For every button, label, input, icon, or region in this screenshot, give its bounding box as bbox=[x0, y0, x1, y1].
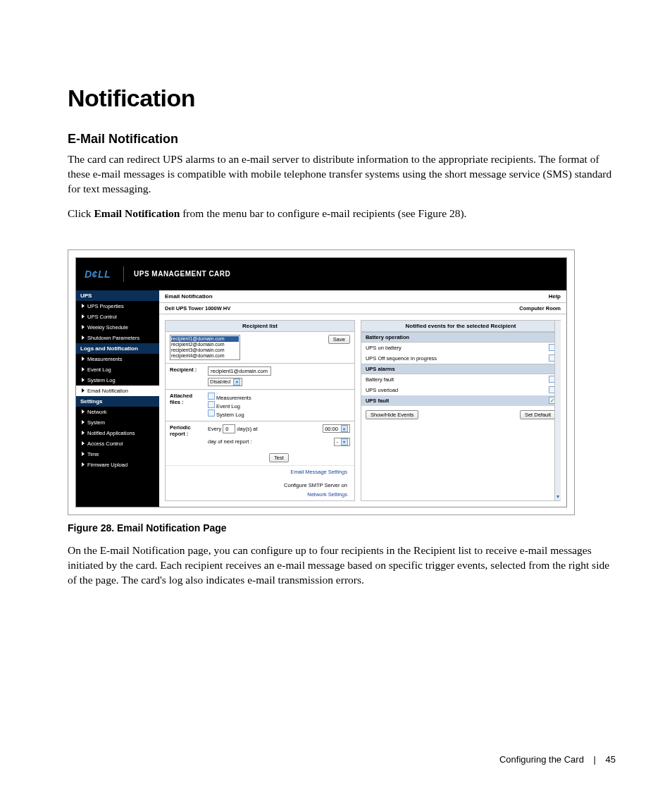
nav-label: Email Notification bbox=[87, 388, 128, 394]
nav-section-logs: Logs and Notification bbox=[76, 343, 159, 354]
recipient-status-select[interactable]: Disabled ▾ bbox=[208, 378, 242, 386]
recipient-label: Recipient : bbox=[170, 366, 204, 373]
device-name: Dell UPS Tower 1000W HV bbox=[165, 305, 230, 312]
nav-label: Time bbox=[87, 451, 99, 457]
text: files : bbox=[170, 399, 184, 405]
dell-logo: D¢LL bbox=[85, 269, 111, 280]
test-button[interactable]: Test bbox=[269, 453, 289, 462]
category-alarms: UPS alarms bbox=[361, 364, 560, 374]
recipient-listbox[interactable]: recipient1@domain.com recipient2@domain.… bbox=[170, 335, 240, 360]
text: report : bbox=[170, 431, 188, 437]
main-panel: Email Notification Help Dell UPS Tower 1… bbox=[159, 290, 566, 507]
periodic-report-label: Periodic report : bbox=[170, 424, 204, 437]
caret-icon bbox=[82, 441, 85, 447]
list-item[interactable]: recipient4@domain.com bbox=[171, 353, 239, 359]
event-row: UPS fault ✓ bbox=[361, 395, 560, 406]
systemlog-checkbox[interactable] bbox=[208, 409, 215, 417]
bold-text: Email Notification bbox=[94, 207, 180, 219]
text: from the menu bar to configure e-mail re… bbox=[180, 207, 466, 219]
event-row: UPS Off sequence in progress bbox=[361, 353, 560, 364]
nav-firmware-upload[interactable]: Firmware Upload bbox=[76, 460, 159, 470]
caret-icon bbox=[82, 430, 85, 436]
app-header: D¢LL UPS MANAGEMENT CARD bbox=[76, 258, 566, 290]
list-item[interactable]: recipient2@domain.com bbox=[171, 342, 239, 347]
paragraph-intro: The card can redirect UPS alarms to an e… bbox=[68, 152, 616, 197]
nav-email-notification[interactable]: Email Notification bbox=[76, 386, 159, 396]
periodic-days-input[interactable]: 0 bbox=[223, 424, 235, 433]
help-link[interactable]: Help bbox=[549, 293, 561, 300]
nav-label: Measurements bbox=[87, 356, 123, 362]
nav-label: Event Log bbox=[87, 366, 111, 373]
caret-icon bbox=[82, 409, 85, 415]
footer-section: Configuring the Card bbox=[499, 754, 584, 765]
event-label: UPS fault bbox=[366, 398, 389, 404]
select-value: - bbox=[336, 438, 338, 445]
nav-label: Notified Applications bbox=[87, 430, 135, 436]
nav-shutdown-params[interactable]: Shutdown Parameters bbox=[76, 333, 159, 343]
event-label: Battery fault bbox=[366, 376, 394, 383]
nav-event-log[interactable]: Event Log bbox=[76, 364, 159, 375]
set-default-button[interactable]: Set Default bbox=[520, 410, 556, 419]
event-label: UPS Off sequence in progress bbox=[366, 355, 437, 362]
caret-icon bbox=[82, 356, 85, 362]
nav-network[interactable]: Network bbox=[76, 407, 159, 417]
paragraph-instruction: Click Email Notification from the menu b… bbox=[68, 207, 616, 221]
email-message-settings-link[interactable]: Email Message Settings bbox=[291, 469, 347, 475]
next-report-select[interactable]: - ▾ bbox=[334, 438, 350, 446]
nav-notified-apps[interactable]: Notified Applications bbox=[76, 428, 159, 438]
list-item[interactable]: recipient1@domain.com bbox=[171, 336, 239, 342]
nav-access-control[interactable]: Access Control bbox=[76, 438, 159, 449]
text: day of next report : bbox=[208, 438, 252, 445]
nav-label: System bbox=[87, 419, 105, 426]
nav-label: Firmware Upload bbox=[87, 462, 127, 468]
text: Click bbox=[68, 207, 94, 219]
nav-system-log[interactable]: System Log bbox=[76, 375, 159, 386]
nav-ups-properties[interactable]: UPS Properties bbox=[76, 301, 159, 312]
page-number: 45 bbox=[606, 754, 616, 765]
checkbox-label: Event Log bbox=[216, 403, 240, 409]
eventlog-checkbox[interactable] bbox=[208, 401, 215, 408]
nav-label: Weekly Schedule bbox=[87, 324, 128, 331]
section-heading: Notification bbox=[68, 85, 616, 112]
caret-icon bbox=[82, 388, 85, 394]
footer-separator: | bbox=[594, 754, 596, 765]
nav-system[interactable]: System bbox=[76, 417, 159, 428]
checkbox-label: System Log bbox=[216, 412, 244, 418]
text: day(s) at bbox=[237, 426, 257, 432]
nav-ups-control[interactable]: UPS Control bbox=[76, 312, 159, 322]
event-row: Battery fault bbox=[361, 374, 560, 385]
recipient-input[interactable]: recipient1@domain.com bbox=[208, 366, 271, 376]
attached-files-label: Attached files : bbox=[170, 393, 204, 405]
event-label: UPS on battery bbox=[366, 345, 402, 351]
nav-weekly-schedule[interactable]: Weekly Schedule bbox=[76, 322, 159, 333]
caret-icon bbox=[82, 366, 85, 373]
list-item[interactable]: recipient3@domain.com bbox=[171, 347, 239, 353]
event-row: UPS on battery bbox=[361, 343, 560, 353]
chevron-down-icon: ▾ bbox=[341, 438, 348, 445]
sidebar-nav: UPS UPS Properties UPS Control Weekly Sc… bbox=[76, 290, 159, 507]
checkbox-label: Measurements bbox=[216, 395, 251, 401]
measurements-checkbox[interactable] bbox=[208, 393, 215, 400]
event-row: UPS overload bbox=[361, 385, 560, 395]
nav-label: Network bbox=[87, 409, 107, 415]
app-title: UPS MANAGEMENT CARD bbox=[134, 270, 230, 278]
figure-container: D¢LL UPS MANAGEMENT CARD UPS UPS Propert… bbox=[68, 250, 575, 515]
text: Periodic bbox=[170, 424, 191, 431]
text: Configure SMTP Server on bbox=[284, 482, 347, 488]
nav-section-ups: UPS bbox=[76, 290, 159, 301]
event-label: UPS overload bbox=[366, 387, 398, 393]
select-value: Disabled bbox=[210, 378, 230, 385]
save-button[interactable]: Save bbox=[328, 335, 350, 344]
show-hide-events-button[interactable]: Show/Hide Events bbox=[366, 410, 418, 419]
caret-icon bbox=[82, 451, 85, 457]
select-value: 00:00 bbox=[325, 426, 338, 432]
scroll-down-icon[interactable]: ▾ bbox=[556, 493, 559, 500]
caret-icon bbox=[82, 303, 85, 309]
network-settings-link[interactable]: Network Settings bbox=[307, 491, 347, 498]
recipient-config-panel: Recipient list recipient1@domain.com rec… bbox=[165, 320, 355, 501]
nav-measurements[interactable]: Measurements bbox=[76, 354, 159, 364]
caret-icon bbox=[82, 335, 85, 341]
periodic-time-select[interactable]: 00:00 ▾ bbox=[323, 424, 350, 433]
events-panel: Notified events for the selected Recipie… bbox=[361, 320, 561, 501]
nav-time[interactable]: Time bbox=[76, 449, 159, 460]
